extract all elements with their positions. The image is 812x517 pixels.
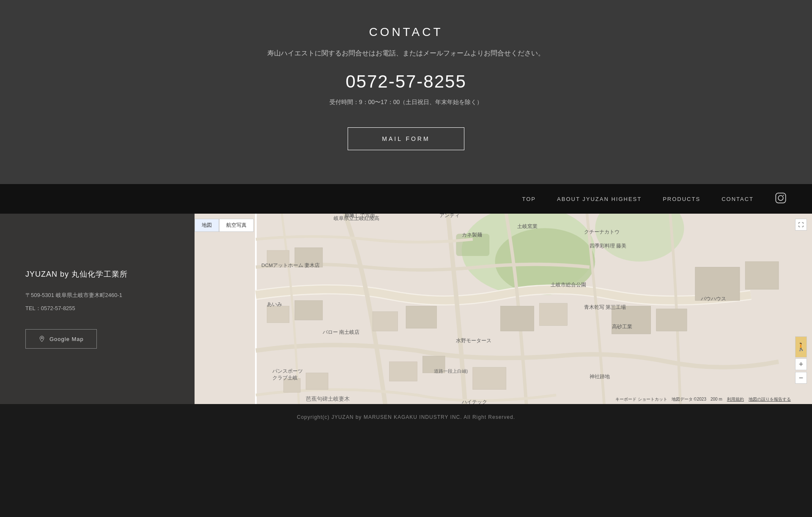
svg-rect-21 xyxy=(656,309,687,331)
contact-title: CONTACT xyxy=(8,25,804,39)
contact-description: 寿山ハイエストに関するお問合せはお電話、またはメールフォームよりお問合せください… xyxy=(8,49,804,58)
navigation-bar: TOP ABOUT JYUZAN HIGHEST PRODUCTS CONTAC… xyxy=(0,184,812,214)
svg-text:バロー 南土岐店: バロー 南土岐店 xyxy=(322,329,359,335)
svg-text:道路一段上白岫): 道路一段上白岫) xyxy=(434,368,468,374)
map-type-tabs: 地図 航空写真 xyxy=(195,219,254,232)
footer-copyright: Copyright(c) JYUZAN by MARUSEN KAGAKU IN… xyxy=(297,414,515,420)
svg-rect-19 xyxy=(540,303,568,326)
nav-item-contact[interactable]: CONTACT xyxy=(721,196,754,202)
google-map-label: Google Map xyxy=(49,336,84,342)
contact-hours: 受付時間：9：00〜17：00（土日祝日、年末年始を除く） xyxy=(8,99,804,106)
contact-section: CONTACT 寿山ハイエストに関するお問合せはお電話、またはメールフォームより… xyxy=(0,0,812,184)
map-fullscreen-button[interactable] xyxy=(795,219,807,231)
svg-text:DCMアットホーム 妻木店: DCMアットホーム 妻木店 xyxy=(261,262,320,268)
svg-text:バウハウス: バウハウス xyxy=(700,296,726,302)
svg-rect-15 xyxy=(295,300,323,320)
map-tel: TEL：0572-57-8255 xyxy=(25,305,169,312)
svg-text:ハイテック: ハイテック xyxy=(461,399,487,404)
map-zoom-in-button[interactable]: + xyxy=(795,358,807,370)
map-tab-satellite[interactable]: 航空写真 xyxy=(219,219,254,232)
nav-item-about[interactable]: ABOUT JYUZAN HIGHEST xyxy=(557,196,642,202)
contact-phone: 0572-57-8255 xyxy=(8,72,804,92)
map-tab-map[interactable]: 地図 xyxy=(195,219,219,232)
svg-text:カネ製麺: カネ製麺 xyxy=(462,232,482,238)
svg-text:鶴亀しで方面: 鶴亀しで方面 xyxy=(345,214,375,218)
mail-form-button[interactable]: MAIL FORM xyxy=(348,127,464,150)
instagram-icon[interactable] xyxy=(775,192,787,206)
svg-text:土岐窯業: 土岐窯業 xyxy=(517,223,538,229)
map-section: 芭蕉句碑土岐妻木 土岐市立妻木小 T&Cガレージ ハイテック レジン 土岐工場 … xyxy=(0,214,812,404)
svg-text:土岐市総合公園: 土岐市総合公園 xyxy=(551,282,586,288)
nav-item-products[interactable]: PRODUCTS xyxy=(663,196,700,202)
footer: Copyright(c) JYUZAN by MARUSEN KAGAKU IN… xyxy=(0,404,812,430)
svg-text:アンティ: アンティ xyxy=(439,214,460,218)
map-attribution-text: キーボード ショートカット 地図データ ©2023 200 m xyxy=(615,397,722,402)
google-map-button[interactable]: Google Map xyxy=(25,329,97,349)
map-terms[interactable]: 利用規約 xyxy=(727,397,744,402)
svg-text:四季彩料理 藤美: 四季彩料理 藤美 xyxy=(590,243,626,249)
svg-text:クチーナカトウ: クチーナカトウ xyxy=(584,229,620,235)
svg-text:芭蕉句碑土岐妻木: 芭蕉句碑土岐妻木 xyxy=(306,396,350,402)
svg-rect-18 xyxy=(501,306,534,331)
svg-rect-10 xyxy=(306,373,328,389)
svg-rect-16 xyxy=(373,312,398,331)
svg-rect-17 xyxy=(406,306,436,328)
svg-rect-0 xyxy=(776,193,785,203)
svg-text:水野モータース: 水野モータース xyxy=(456,338,491,344)
svg-text:高砂工業: 高砂工業 xyxy=(612,324,632,330)
map-zoom-out-button[interactable]: − xyxy=(795,372,807,384)
svg-point-1 xyxy=(778,195,783,201)
svg-rect-11 xyxy=(390,362,417,381)
svg-point-58 xyxy=(41,338,42,339)
svg-text:神社跡地: 神社跡地 xyxy=(590,374,610,380)
svg-text:クラブ土岐: クラブ土岐 xyxy=(272,375,298,381)
map-streetview-person[interactable]: 🚶 xyxy=(795,336,807,358)
svg-rect-14 xyxy=(267,306,289,322)
svg-text:パンスポーツ: パンスポーツ xyxy=(272,368,303,374)
map-attribution: キーボード ショートカット 地図データ ©2023 200 m 利用規約 地図の… xyxy=(615,396,791,402)
svg-rect-13 xyxy=(473,367,506,390)
map-icon xyxy=(38,336,45,342)
svg-point-2 xyxy=(783,195,784,195)
map-company-name: JYUZAN by 丸仙化学工業所 xyxy=(25,269,169,279)
map-report-error[interactable]: 地図の誤りを報告する xyxy=(749,397,791,402)
map-info-panel: JYUZAN by 丸仙化学工業所 〒509-5301 岐阜県土岐市妻木町246… xyxy=(0,214,195,404)
nav-item-top[interactable]: TOP xyxy=(522,196,536,202)
svg-rect-20 xyxy=(612,306,651,334)
map-address: 〒509-5301 岐阜県土岐市妻木町2460-1 xyxy=(25,291,169,300)
svg-rect-25 xyxy=(745,261,779,289)
svg-text:青木乾写 第三工場: 青木乾写 第三工場 xyxy=(584,304,626,310)
svg-text:あいみ: あいみ xyxy=(267,301,282,307)
